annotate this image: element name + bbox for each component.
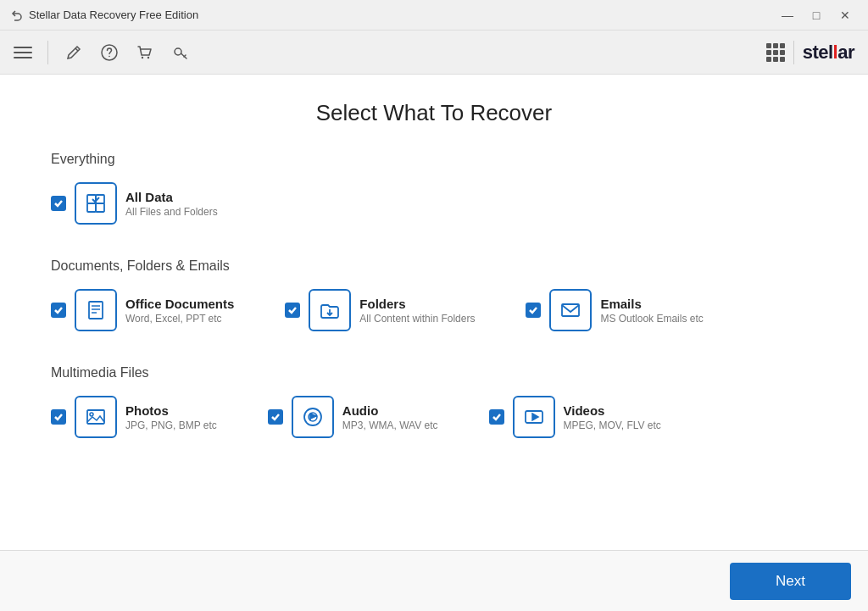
- office-name: Office Documents: [125, 297, 234, 311]
- items-row-everything: All Data All Files and Folders: [51, 182, 817, 225]
- section-label-multimedia: Multimedia Files: [51, 365, 817, 380]
- items-row-documents: Office Documents Word, Excel, PPT etc: [51, 289, 817, 331]
- emails-text: Emails MS Outlook Emails etc: [600, 297, 703, 325]
- title-bar-controls: — □ ✕: [775, 6, 858, 25]
- checkbox-folders[interactable]: [285, 303, 300, 318]
- page-title: Select What To Recover: [51, 100, 817, 126]
- title-bar: Stellar Data Recovery Free Edition — □ ✕: [0, 0, 868, 31]
- svg-rect-8: [96, 203, 104, 212]
- all-data-text: All Data All Files and Folders: [125, 190, 218, 218]
- svg-point-2: [142, 56, 143, 58]
- videos-name: Videos: [564, 403, 661, 418]
- svg-point-4: [175, 48, 181, 55]
- undo-icon: [10, 8, 24, 22]
- photos-sub: JPG, PNG, BMP etc: [125, 419, 217, 431]
- section-label-documents: Documents, Folders & Emails: [51, 258, 817, 274]
- svg-marker-20: [532, 414, 538, 420]
- checkbox-photos[interactable]: [51, 409, 66, 425]
- main-content: Select What To Recover Everything: [0, 75, 868, 550]
- videos-text: Videos MPEG, MOV, FLV etc: [564, 403, 661, 431]
- audio-icon-box: [292, 396, 334, 438]
- svg-rect-14: [562, 304, 579, 316]
- next-button[interactable]: Next: [730, 563, 851, 600]
- divider-1: [51, 233, 817, 258]
- items-row-multimedia: Photos JPG, PNG, BMP etc: [51, 396, 817, 438]
- item-emails[interactable]: Emails MS Outlook Emails etc: [526, 289, 703, 331]
- item-folders[interactable]: Folders All Content within Folders: [285, 289, 475, 331]
- svg-rect-9: [89, 302, 103, 319]
- footer: Next: [0, 550, 868, 611]
- minimize-button[interactable]: —: [775, 6, 800, 25]
- toolbar: stellar: [0, 31, 868, 75]
- emails-sub: MS Outlook Emails etc: [600, 313, 703, 325]
- toolbar-divider: [793, 41, 794, 64]
- folders-text: Folders All Content within Folders: [359, 297, 475, 325]
- close-button[interactable]: ✕: [832, 6, 858, 25]
- divider1: [47, 41, 48, 64]
- folders-sub: All Content within Folders: [359, 313, 475, 325]
- audio-text: Audio MP3, WMA, WAV etc: [342, 403, 438, 431]
- photos-text: Photos JPG, PNG, BMP etc: [125, 403, 217, 431]
- audio-name: Audio: [342, 403, 438, 418]
- edit-icon[interactable]: [64, 42, 84, 63]
- menu-icon[interactable]: [14, 47, 32, 58]
- window-title: Stellar Data Recovery Free Edition: [29, 8, 198, 21]
- help-icon[interactable]: [99, 42, 120, 63]
- item-all-data[interactable]: All Data All Files and Folders: [51, 182, 218, 225]
- toolbar-right: stellar: [766, 41, 854, 64]
- maximize-button[interactable]: □: [804, 6, 829, 25]
- item-photos[interactable]: Photos JPG, PNG, BMP etc: [51, 396, 217, 438]
- stellar-logo: stellar: [803, 42, 854, 64]
- checkbox-all-data[interactable]: [51, 196, 66, 211]
- item-audio[interactable]: Audio MP3, WMA, WAV etc: [268, 396, 438, 438]
- all-data-icon-box: [75, 182, 117, 225]
- svg-rect-7: [87, 203, 96, 212]
- photos-icon-box: [75, 396, 117, 438]
- item-office-documents[interactable]: Office Documents Word, Excel, PPT etc: [51, 289, 234, 331]
- section-documents: Documents, Folders & Emails Office Docum…: [51, 258, 817, 331]
- folders-name: Folders: [359, 297, 475, 311]
- folders-icon-box: [309, 289, 351, 331]
- checkbox-emails[interactable]: [526, 303, 541, 318]
- title-bar-left: Stellar Data Recovery Free Edition: [10, 8, 198, 22]
- cart-icon[interactable]: [135, 42, 155, 63]
- checkbox-videos[interactable]: [489, 409, 504, 425]
- audio-sub: MP3, WMA, WAV etc: [342, 419, 438, 431]
- svg-point-3: [147, 56, 149, 58]
- checkbox-audio[interactable]: [268, 409, 283, 425]
- office-text: Office Documents Word, Excel, PPT etc: [125, 297, 234, 325]
- office-sub: Word, Excel, PPT etc: [125, 313, 234, 325]
- section-multimedia: Multimedia Files Photos JPG, PNG, BMP et…: [51, 365, 817, 438]
- section-everything: Everything All Data: [51, 152, 817, 225]
- svg-point-16: [90, 413, 93, 416]
- svg-rect-15: [87, 410, 104, 424]
- videos-icon-box: [513, 396, 555, 438]
- section-label-everything: Everything: [51, 152, 817, 167]
- item-videos[interactable]: Videos MPEG, MOV, FLV etc: [489, 396, 661, 438]
- toolbar-left: [14, 41, 191, 64]
- office-icon-box: [75, 289, 117, 331]
- key-icon[interactable]: [170, 42, 191, 63]
- emails-name: Emails: [600, 297, 703, 311]
- svg-point-1: [108, 55, 110, 57]
- videos-sub: MPEG, MOV, FLV etc: [564, 419, 661, 431]
- divider-2: [51, 340, 817, 365]
- emails-icon-box: [549, 289, 592, 331]
- photos-name: Photos: [125, 403, 217, 418]
- all-data-sub: All Files and Folders: [125, 206, 218, 218]
- apps-grid-icon[interactable]: [766, 43, 785, 62]
- checkbox-office[interactable]: [51, 303, 66, 318]
- all-data-name: All Data: [125, 190, 218, 204]
